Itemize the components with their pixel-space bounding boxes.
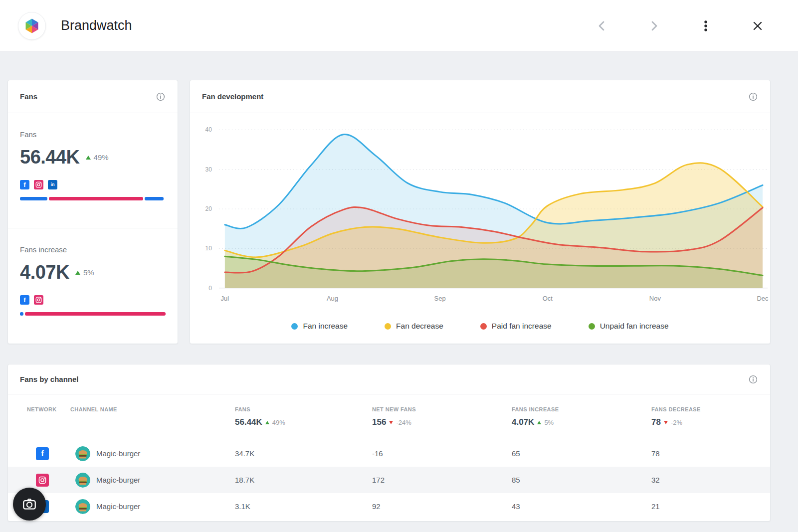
bar-segment — [20, 197, 47, 200]
legend-item-paid-fan-increase[interactable]: Paid fan increase — [480, 322, 552, 331]
fans-by-channel-card: Fans by channel Network Channel name Fan… — [7, 364, 771, 522]
net-new-fans-cell: 92 — [372, 502, 512, 511]
y-tick-label: 30 — [205, 166, 212, 173]
fans-increase-cell: 85 — [512, 476, 651, 484]
fans-cell: 3.1K — [235, 502, 372, 511]
close-icon — [750, 18, 765, 33]
column-fans: Fans 56.44K 49% — [235, 406, 372, 427]
column-header-fans-decrease[interactable]: Fans decrease — [651, 406, 770, 412]
decrease-arrow-icon — [664, 421, 668, 424]
series-dot-icon — [291, 323, 298, 330]
info-button[interactable] — [156, 92, 166, 102]
fans-increase-networks: f — [20, 295, 166, 305]
facebook-icon: f — [20, 180, 29, 189]
fans-increase-summary: 4.07K 5% — [512, 417, 651, 427]
fans-value: 56.44K — [20, 147, 80, 168]
legend-item-fan-decrease[interactable]: Fan decrease — [385, 322, 443, 331]
increase-arrow-icon — [537, 421, 541, 424]
fans-networks: f in — [20, 180, 166, 189]
series-dot-icon — [385, 323, 391, 330]
fans-decrease-cell: 78 — [651, 449, 770, 458]
info-button[interactable] — [748, 374, 758, 384]
fans-increase-label: Fans increase — [20, 245, 166, 254]
y-tick-label: 20 — [205, 205, 212, 212]
increase-arrow-icon — [86, 156, 91, 160]
facebook-icon: f — [20, 295, 29, 305]
instagram-camera-icon — [35, 297, 42, 303]
summary-fans-delta: 49% — [272, 419, 285, 426]
fans-increase-cell: 65 — [512, 449, 651, 458]
fans-cell: 34.7K — [235, 449, 372, 458]
legend-label: Fan increase — [303, 322, 348, 331]
info-icon — [156, 92, 165, 101]
info-button[interactable] — [748, 92, 758, 102]
chevron-left-icon — [595, 18, 609, 33]
channel-name: Magic-burger — [96, 502, 140, 511]
channel-name: Magic-burger — [96, 476, 140, 484]
column-header-fans-increase[interactable]: Fans increase — [512, 406, 651, 412]
fan-development-chart: 010203040JulAugSepOctNovDec — [190, 113, 770, 310]
brandwatch-logo — [18, 12, 46, 40]
screenshot-lens-button[interactable] — [13, 488, 46, 521]
x-tick-label: Aug — [327, 295, 338, 302]
summary-fans-value: 56.44K — [235, 417, 262, 427]
bar-segment — [20, 312, 23, 316]
forward-button[interactable] — [645, 17, 662, 34]
column-fans-decrease: Fans decrease 78 -2% — [651, 406, 770, 427]
channel-name: Magic-burger — [96, 449, 140, 458]
fans-cell: 18.7K — [235, 476, 372, 484]
legend-item-unpaid-fan-increase[interactable]: Unpaid fan increase — [589, 322, 669, 331]
y-tick-label: 40 — [205, 126, 212, 133]
channel-avatar — [75, 473, 90, 488]
chart-card-title: Fan development — [202, 92, 263, 101]
y-tick-label: 10 — [205, 245, 212, 252]
linkedin-icon: in — [48, 180, 57, 189]
summary-fans-increase-value: 4.07K — [512, 417, 534, 427]
table-row[interactable]: in Magic-burger 3.1K 92 43 21 — [8, 493, 770, 520]
instagram-camera-icon — [35, 181, 42, 188]
bar-segment — [145, 197, 164, 200]
y-tick-label: 0 — [208, 285, 212, 292]
fan-development-card: Fan development 010203040JulAugSepOctNov… — [190, 80, 771, 344]
x-tick-label: Oct — [543, 295, 553, 302]
column-header-channel-name[interactable]: Channel name — [70, 406, 235, 412]
fans-increase-delta: 5% — [75, 268, 94, 277]
decrease-arrow-icon — [389, 421, 393, 424]
fans-card-title: Fans — [20, 92, 37, 101]
legend-item-fan-increase[interactable]: Fan increase — [291, 322, 348, 331]
summary-fans-decrease-value: 78 — [651, 417, 661, 427]
fans-card: Fans Fans 56.44K 49% f — [7, 80, 178, 344]
brandwatch-logo-icon — [23, 17, 40, 34]
summary-net-new-fans-delta: -24% — [396, 419, 411, 426]
increase-arrow-icon — [75, 271, 80, 275]
facebook-icon: f — [36, 447, 49, 460]
column-header-network[interactable]: Network — [27, 406, 70, 412]
column-network: Network — [27, 406, 70, 412]
x-tick-label: Sep — [434, 295, 446, 302]
close-button[interactable] — [749, 17, 766, 34]
net-new-fans-cell: 172 — [372, 476, 512, 484]
column-header-net-new-fans[interactable]: Net new fans — [372, 406, 512, 412]
fans-decrease-summary: 78 -2% — [651, 417, 770, 427]
channel-avatar — [75, 499, 90, 514]
net-new-fans-summary: 156 -24% — [372, 417, 512, 427]
back-button[interactable] — [594, 17, 610, 34]
kebab-menu-icon — [698, 18, 713, 33]
x-tick-label: Jul — [221, 295, 229, 302]
window-controls — [594, 17, 766, 34]
kebab-menu-button[interactable] — [697, 17, 714, 34]
column-fans-increase: Fans increase 4.07K 5% — [512, 406, 651, 427]
instagram-icon — [34, 180, 43, 189]
table-row[interactable]: Magic-burger 18.7K 172 85 32 — [8, 467, 770, 493]
chevron-right-icon — [646, 18, 661, 33]
chart-legend: Fan increase Fan decrease Paid fan incre… — [190, 310, 770, 343]
table-row[interactable]: f Magic-burger 34.7K -16 65 78 — [8, 440, 770, 467]
column-header-fans[interactable]: Fans — [235, 406, 372, 412]
fans-decrease-cell: 21 — [651, 502, 770, 511]
channel-avatar — [75, 446, 90, 461]
app-title: Brandwatch — [61, 18, 132, 33]
table-card-title: Fans by channel — [20, 375, 79, 383]
legend-label: Unpaid fan increase — [600, 322, 669, 331]
fans-distribution-bar — [20, 197, 166, 200]
instagram-icon — [36, 474, 49, 487]
